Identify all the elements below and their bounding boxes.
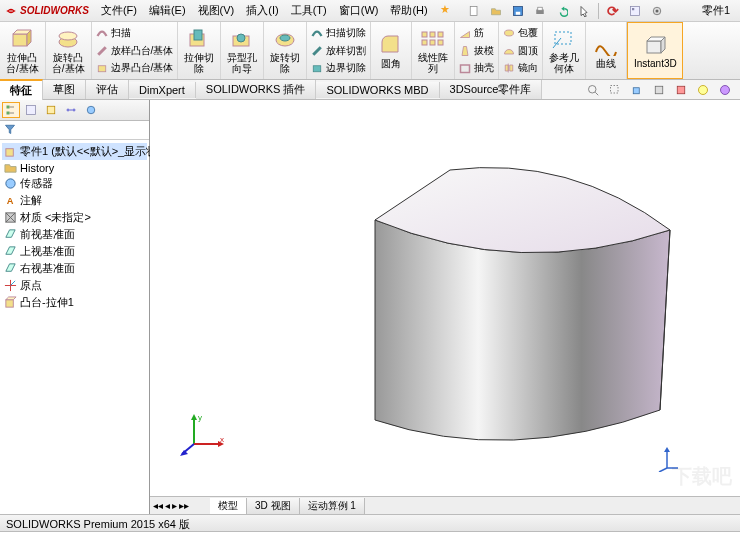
menu-help[interactable]: 帮助(H): [386, 1, 431, 20]
feature-tree: 零件1 (默认<<默认>_显示状态 1>) History 传感器 A注解 材质…: [0, 140, 149, 314]
bottom-tab-model[interactable]: 模型: [210, 498, 247, 514]
bottom-tab-3dview[interactable]: 3D 视图: [247, 498, 300, 514]
mirror-button[interactable]: 镜向: [503, 59, 538, 77]
wrap-button[interactable]: 包覆: [503, 24, 538, 42]
undo-icon[interactable]: [554, 3, 570, 19]
tree-annotations[interactable]: A注解: [2, 192, 147, 209]
curves-button[interactable]: 曲线: [586, 22, 627, 79]
menu-tools[interactable]: 工具(T): [287, 1, 331, 20]
section-view-icon[interactable]: [674, 83, 688, 97]
appearance-icon[interactable]: [718, 83, 732, 97]
view-toolbar: [586, 83, 740, 97]
svg-point-35: [699, 85, 708, 94]
svg-text:y: y: [198, 413, 202, 422]
filter-icon[interactable]: [4, 123, 16, 135]
extrude-boss-button[interactable]: 拉伸凸 台/基体: [0, 22, 46, 79]
instant3d-button[interactable]: Instant3D: [627, 22, 683, 79]
zoom-fit-icon[interactable]: [586, 83, 600, 97]
rebuild-icon[interactable]: ⟳: [605, 3, 621, 19]
new-icon[interactable]: [466, 3, 482, 19]
rib-label: 筋: [474, 26, 484, 40]
rib-button[interactable]: 筋: [459, 24, 484, 42]
svg-rect-39: [27, 106, 36, 115]
view-orientation-icon[interactable]: [630, 83, 644, 97]
linear-pattern-label: 线性阵 列: [418, 52, 448, 74]
svg-rect-0: [470, 6, 477, 15]
tab-3dsource[interactable]: 3DSource零件库: [440, 80, 543, 99]
display-style-icon[interactable]: [652, 83, 666, 97]
fm-tab-tree-icon[interactable]: [2, 102, 20, 118]
mirror-label: 镜向: [518, 61, 538, 75]
tree-origin[interactable]: 原点: [2, 277, 147, 294]
tree-history[interactable]: History: [2, 160, 147, 175]
tree-feature-label: 凸台-拉伸1: [20, 295, 74, 310]
menu-file[interactable]: 文件(F): [97, 1, 141, 20]
fm-tab-dim-icon[interactable]: [62, 102, 80, 118]
tab-dimxpert[interactable]: DimXpert: [129, 82, 196, 98]
tree-right-plane[interactable]: 右视基准面: [2, 260, 147, 277]
fm-tab-property-icon[interactable]: [22, 102, 40, 118]
svg-rect-25: [438, 40, 443, 45]
watermark: 下载吧: [672, 463, 732, 490]
tree-root[interactable]: 零件1 (默认<<默认>_显示状态 1>): [2, 143, 147, 160]
loft-boss-button[interactable]: 放样凸台/基体: [96, 42, 174, 60]
options-icon[interactable]: [627, 3, 643, 19]
svg-rect-5: [630, 6, 639, 15]
draft-button[interactable]: 拔模: [459, 42, 494, 60]
dome-button[interactable]: 圆顶: [503, 42, 538, 60]
tab-nav-next-icon[interactable]: ▸: [172, 500, 177, 511]
view-triad[interactable]: y x: [180, 410, 228, 458]
tree-top-plane[interactable]: 上视基准面: [2, 243, 147, 260]
menu-star-icon[interactable]: ★: [436, 1, 454, 20]
tab-mbd[interactable]: SOLIDWORKS MBD: [316, 82, 439, 98]
revolve-boss-button[interactable]: 旋转凸 台/基体: [46, 22, 92, 79]
menu-edit[interactable]: 编辑(E): [145, 1, 190, 20]
bottom-tab-motion[interactable]: 运动算例 1: [300, 498, 365, 514]
sweep-cut-button[interactable]: 扫描切除: [311, 24, 366, 42]
fm-tab-display-icon[interactable]: [82, 102, 100, 118]
settings-icon[interactable]: [649, 3, 665, 19]
tree-material[interactable]: 材质 <未指定>: [2, 209, 147, 226]
open-icon[interactable]: [488, 3, 504, 19]
tree-sensors[interactable]: 传感器: [2, 175, 147, 192]
revolve-cut-button[interactable]: 旋转切 除: [264, 22, 307, 79]
boundary-boss-button[interactable]: 边界凸台/基体: [96, 59, 174, 77]
svg-rect-9: [13, 34, 27, 46]
tree-front-plane[interactable]: 前视基准面: [2, 226, 147, 243]
boundary-cut-button[interactable]: 边界切除: [311, 59, 366, 77]
graphics-viewport[interactable]: y x 下载吧 ◂◂ ◂ ▸ ▸▸ 模型 3D 视图 运动算例 1: [150, 100, 740, 514]
tab-sketch[interactable]: 草图: [43, 80, 86, 99]
fillet-button[interactable]: 圆角: [371, 22, 412, 79]
extrude-boss-icon: [8, 27, 36, 51]
zoom-area-icon[interactable]: [608, 83, 622, 97]
fm-tab-config-icon[interactable]: [42, 102, 60, 118]
loft-cut-button[interactable]: 放样切割: [311, 42, 366, 60]
sweep-boss-button[interactable]: 扫描: [96, 24, 131, 42]
menu-insert[interactable]: 插入(I): [242, 1, 282, 20]
menu-window[interactable]: 窗口(W): [335, 1, 383, 20]
svg-rect-37: [7, 106, 10, 109]
ref-geometry-button[interactable]: 参考几 何体: [543, 22, 586, 79]
tab-features[interactable]: 特征: [0, 79, 43, 100]
instant3d-label: Instant3D: [634, 58, 677, 69]
tab-addins[interactable]: SOLIDWORKS 插件: [196, 80, 317, 99]
print-icon[interactable]: [532, 3, 548, 19]
tab-nav-first-icon[interactable]: ◂◂: [153, 500, 163, 511]
hole-wizard-button[interactable]: 异型孔 向导: [221, 22, 264, 79]
tree-feature-extrude[interactable]: 凸台-拉伸1: [2, 294, 147, 311]
svg-rect-42: [6, 149, 13, 156]
menu-view[interactable]: 视图(V): [194, 1, 239, 20]
shell-button[interactable]: 抽壳: [459, 59, 494, 77]
extrude-cut-button[interactable]: 拉伸切 除: [178, 22, 221, 79]
fm-tab-icons: [0, 100, 149, 121]
tab-nav-prev-icon[interactable]: ◂: [165, 500, 170, 511]
save-icon[interactable]: [510, 3, 526, 19]
select-icon[interactable]: [576, 3, 592, 19]
scene-icon[interactable]: [696, 83, 710, 97]
svg-rect-29: [647, 41, 661, 53]
quick-access-toolbar: ⟳: [466, 3, 665, 19]
tab-evaluate[interactable]: 评估: [86, 80, 129, 99]
revolve-boss-icon: [54, 27, 82, 51]
tab-nav-last-icon[interactable]: ▸▸: [179, 500, 189, 511]
linear-pattern-button[interactable]: 线性阵 列: [412, 22, 455, 79]
